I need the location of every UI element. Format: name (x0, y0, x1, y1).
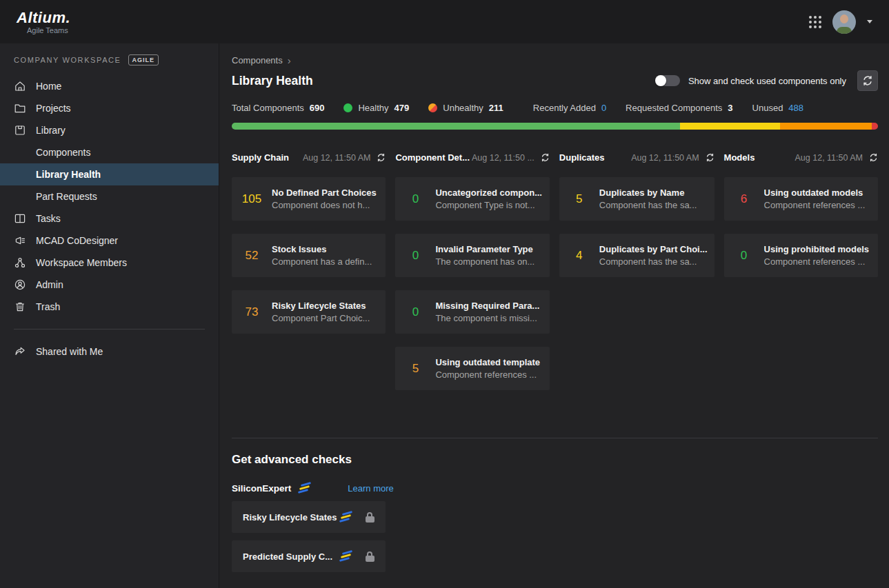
sidebar-item-shared-with-me[interactable]: Shared with Me (0, 341, 219, 363)
sidebar-item-components[interactable]: Components (0, 141, 219, 163)
workspace-badge: AGILE (128, 54, 159, 65)
column-refresh-button[interactable] (541, 153, 550, 162)
sidebar-item-home[interactable]: Home (0, 75, 219, 97)
check-title: Duplicates by Part Choi... (599, 244, 708, 254)
check-description: Component references ... (764, 256, 871, 267)
column-component-det: Component Det...Aug 12, 11:50 ...0Uncate… (395, 152, 549, 403)
check-text: Using prohibited modelsComponent referen… (764, 244, 878, 267)
altium-logo-subtitle: Agile Teams (27, 26, 70, 34)
apps-grid-icon[interactable] (809, 16, 821, 28)
used-components-toggle[interactable] (655, 75, 680, 86)
lock-icon (365, 512, 374, 523)
check-card-using-outdated-models[interactable]: 6Using outdated modelsComponent referenc… (724, 177, 878, 221)
check-card-missing-required-para[interactable]: 0Missing Required Para...The component i… (395, 290, 549, 334)
admin-icon (14, 278, 26, 291)
check-count: 0 (395, 305, 435, 319)
sidebar-item-tasks[interactable]: Tasks (0, 207, 219, 230)
toggle-knob (655, 75, 666, 86)
check-description: Component Part Choic... (272, 313, 379, 323)
check-card-invalid-parameter-type[interactable]: 0Invalid Parameter TypeThe component has… (395, 234, 549, 277)
check-count: 4 (559, 249, 599, 263)
main-content: Components › Library Health Show and che… (219, 43, 889, 588)
advanced-check-risky-lifecycle-states[interactable]: Risky Lifecycle States (232, 501, 386, 533)
check-title: Using prohibited models (764, 244, 871, 254)
column-supply-chain: Supply ChainAug 12, 11:50 AM105No Define… (232, 152, 386, 403)
unhealthy-dot-icon (428, 103, 437, 112)
sidebar-item-projects[interactable]: Projects (0, 97, 219, 119)
avatar[interactable] (832, 10, 856, 34)
check-description: The component has on... (435, 256, 542, 267)
check-card-no-defined-part-choices[interactable]: 105No Defined Part ChoicesComponent does… (232, 177, 386, 221)
folder-icon (14, 102, 26, 114)
stats-row: Total Components690Healthy479Unhealthy21… (232, 103, 878, 113)
sidebar-item-label: Tasks (36, 213, 61, 224)
sidebar-item-mcad-codesigner[interactable]: MCAD CoDesigner (0, 230, 219, 252)
stat-value[interactable]: 0 (601, 103, 606, 113)
breadcrumb: Components › (232, 55, 878, 65)
check-columns: Supply ChainAug 12, 11:50 AM105No Define… (232, 152, 878, 403)
stat-value: 479 (394, 103, 410, 113)
sidebar-item-part-requests[interactable]: Part Requests (0, 185, 219, 207)
workspace-header: COMPANY WORKSPACE AGILE (0, 54, 219, 65)
check-title: Invalid Parameter Type (435, 244, 542, 254)
sidebar-item-label: Trash (36, 301, 60, 312)
column-duplicates: DuplicatesAug 12, 11:50 AM5Duplicates by… (559, 152, 715, 403)
library-icon (14, 124, 26, 136)
check-card-risky-lifecycle-states[interactable]: 73Risky Lifecycle StatesComponent Part C… (232, 290, 386, 334)
column-timestamp: Aug 12, 11:50 AM (303, 153, 370, 163)
shared-icon (14, 345, 26, 358)
refresh-all-button[interactable] (857, 70, 878, 91)
sidebar-item-library-health[interactable]: Library Health (0, 163, 219, 185)
column-header: Component Det...Aug 12, 11:50 ... (395, 152, 549, 163)
check-count: 0 (724, 249, 764, 263)
stat-label: Unused (752, 103, 783, 113)
column-refresh-button[interactable] (869, 153, 878, 162)
stat-value: 211 (489, 103, 503, 113)
stat-healthy: Healthy479 (343, 103, 409, 113)
check-card-uncategorized-compon[interactable]: 0Uncategorized compon...Component Type i… (395, 177, 549, 221)
stat-recently-added: Recently Added0 (533, 103, 606, 113)
stat-value[interactable]: 488 (788, 103, 803, 113)
sidebar-item-library[interactable]: Library (0, 119, 219, 141)
home-icon (14, 80, 26, 92)
check-card-using-prohibited-models[interactable]: 0Using prohibited modelsComponent refere… (724, 234, 878, 277)
check-text: Invalid Parameter TypeThe component has … (435, 244, 549, 267)
column-timestamp: Aug 12, 11:50 AM (795, 153, 863, 163)
advanced-check-predicted-supply-c[interactable]: Predicted Supply C... (232, 540, 386, 572)
advanced-check-label: Predicted Supply C... (243, 551, 339, 562)
column-refresh-button[interactable] (377, 153, 386, 162)
page-title: Library Health (232, 74, 313, 88)
sidebar-item-label: MCAD CoDesigner (36, 235, 118, 246)
lock-icon (365, 551, 374, 562)
sidebar-item-admin[interactable]: Admin (0, 274, 219, 296)
learn-more-link[interactable]: Learn more (348, 483, 393, 494)
breadcrumb-components-link[interactable]: Components (232, 55, 283, 65)
check-card-duplicates-by-name[interactable]: 5Duplicates by NameComponent has the sa.… (559, 177, 715, 221)
check-count: 0 (395, 249, 435, 263)
sync-icon (869, 153, 878, 162)
column-title: Models (724, 152, 755, 163)
siliconexpert-icon (339, 511, 353, 523)
sidebar-item-workspace-members[interactable]: Workspace Members (0, 252, 219, 274)
column-title: Supply Chain (232, 152, 289, 163)
sidebar-item-label: Projects (36, 103, 71, 114)
advanced-check-label: Risky Lifecycle States (243, 512, 339, 523)
siliconexpert-row: SiliconExpert Learn more (232, 483, 878, 494)
check-description: Component has the sa... (599, 256, 708, 267)
check-text: Duplicates by Part Choi...Component has … (599, 244, 715, 267)
check-description: Component has a defin... (272, 256, 379, 267)
chevron-down-icon[interactable] (867, 20, 872, 23)
sidebar-item-label: Shared with Me (36, 346, 103, 357)
check-description: Component references ... (435, 369, 542, 380)
sidebar-item-trash[interactable]: Trash (0, 296, 219, 318)
stat-value: 3 (728, 103, 732, 113)
check-card-using-outdated-template[interactable]: 5Using outdated templateComponent refere… (395, 347, 549, 390)
check-title: Risky Lifecycle States (272, 301, 379, 311)
stat-label: Requested Components (626, 103, 722, 113)
sidebar-item-label: Home (36, 81, 61, 92)
check-card-stock-issues[interactable]: 52Stock IssuesComponent has a defin... (232, 234, 386, 277)
check-card-duplicates-by-part-choi[interactable]: 4Duplicates by Part Choi...Component has… (559, 234, 715, 277)
column-refresh-button[interactable] (706, 153, 715, 162)
check-text: Stock IssuesComponent has a defin... (272, 244, 386, 267)
sidebar-item-label: Part Requests (36, 191, 97, 202)
